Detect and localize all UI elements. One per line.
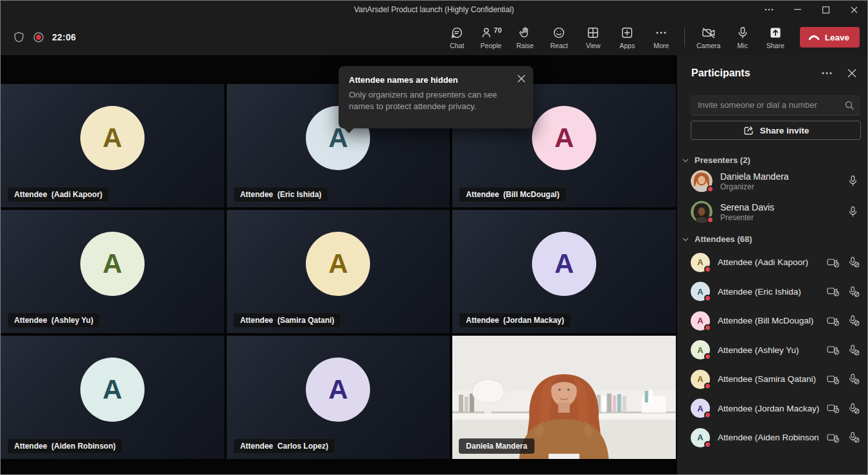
avatar-initial: A	[697, 374, 703, 384]
mic-label: Mic	[738, 42, 748, 49]
video-tile-carlos-lopez[interactable]: A Attendee Carlos Lopez)	[227, 336, 450, 459]
panel-more-button[interactable]	[822, 72, 832, 74]
react-button[interactable]: React	[542, 21, 576, 54]
close-icon	[851, 6, 858, 13]
avatar: A	[306, 358, 370, 422]
mic-on-icon[interactable]	[848, 206, 858, 218]
avatar-initial: A	[697, 433, 703, 442]
attendee-row-aadi-kapoor[interactable]: A Attendee (Aadi Kapoor)	[677, 248, 868, 277]
attendee-names-hidden-tooltip: Attendee names are hidden Only organizer…	[339, 66, 533, 128]
participant-name-label: Attendee (Aadi Kapoor)	[7, 187, 109, 202]
participant-name-label: Daniela Mandera	[459, 438, 534, 454]
mic-off-icon	[848, 374, 860, 384]
minimize-button[interactable]	[783, 0, 811, 19]
video-tile-daniela-mandera[interactable]: Daniela Mandera	[452, 336, 676, 459]
mic-off-icon	[848, 257, 860, 268]
attendee-row-bill-mcdougal[interactable]: A Attendee (Bill McDougal)	[677, 306, 868, 336]
attendee-name: Attendee (Ashley Yu)	[718, 345, 819, 355]
window-controls	[755, 0, 868, 19]
presence-busy-dot	[707, 216, 714, 223]
avatar: A	[80, 358, 145, 422]
camera-off-icon	[827, 316, 840, 326]
close-window-button[interactable]	[840, 0, 868, 19]
presenters-header-label: Presenters (2)	[695, 155, 750, 165]
video-tile-ashley-yu[interactable]: A Attendee (Ashley Yu)	[1, 210, 224, 333]
more-label: More	[653, 42, 669, 49]
attendee-row-jordan-mackay[interactable]: A Attendee (Jordan Mackay)	[677, 394, 868, 424]
avatar: A	[691, 311, 710, 331]
participant-name-label: Attendee (Bill McDougal)	[459, 187, 566, 202]
apps-label: Apps	[619, 42, 635, 49]
avatar-initial: A	[697, 257, 703, 267]
avatar-initial: A	[554, 248, 574, 279]
avatar: A	[306, 232, 370, 296]
attendee-name: Attendee (Samira Qatani)	[718, 374, 819, 384]
participant-name-label: Attendee Carlos Lopez)	[233, 438, 335, 454]
people-button[interactable]: 70 People	[474, 21, 508, 54]
mic-off-icon	[848, 315, 860, 326]
camera-off-icon	[827, 374, 840, 384]
view-grid-icon	[586, 26, 600, 40]
presenter-row-daniela-mandera[interactable]: Daniela Mandera Organizer	[677, 166, 868, 196]
participants-header: Participants	[677, 55, 868, 85]
attendee-name: Attendee (Aadi Kapoor)	[718, 257, 819, 267]
presenter-row-serena-davis[interactable]: Serena Davis Presenter	[677, 197, 868, 227]
titlebar-more-button[interactable]	[755, 0, 783, 19]
chat-button[interactable]: Chat	[440, 21, 474, 54]
avatar: A	[532, 232, 596, 296]
attendee-name: Attendee (Bill McDougal)	[718, 316, 819, 325]
view-button[interactable]: View	[576, 21, 610, 54]
mic-on-icon[interactable]	[848, 175, 858, 187]
attendee-av-state	[827, 374, 860, 384]
mic-off-icon	[848, 286, 860, 297]
ellipsis-icon	[765, 8, 774, 11]
apps-button[interactable]: Apps	[610, 21, 644, 54]
mic-button[interactable]: Mic	[727, 21, 759, 54]
avatar: A	[691, 370, 710, 389]
attendee-row-aiden-robinson[interactable]: A Attendee (Aiden Robinson)	[677, 423, 868, 453]
more-button[interactable]: More	[644, 21, 678, 54]
invite-input[interactable]	[691, 95, 860, 116]
share-screen-icon	[768, 26, 783, 40]
ellipsis-icon	[822, 72, 832, 74]
participant-name-label: Attendee (Jordan Mackay)	[459, 313, 571, 328]
presence-busy-dot	[704, 295, 711, 302]
attendee-row-samira-qatani[interactable]: A Attendee (Samira Qatani)	[677, 365, 868, 394]
panel-close-button[interactable]	[847, 69, 856, 78]
presence-busy-dot	[704, 441, 711, 448]
share-invite-button[interactable]: Share invite	[691, 121, 861, 140]
react-smiley-icon	[552, 26, 566, 40]
video-tile-samira-qatani[interactable]: A Attendee (Samira Qatani)	[227, 210, 450, 333]
camera-button[interactable]: Camera	[691, 21, 727, 54]
participant-name-label: Attendee (Samira Qatani)	[233, 313, 342, 328]
video-tile-jordan-mackay[interactable]: A Attendee (Jordan Mackay)	[452, 210, 676, 333]
video-tile-aiden-robinson[interactable]: A Attendee (Aiden Robinson)	[1, 336, 224, 459]
leave-label: Leave	[825, 33, 849, 42]
avatar: A	[80, 232, 145, 296]
avatar-initial: A	[697, 316, 703, 325]
tooltip-title: Attendee names are hidden	[349, 75, 523, 85]
video-tile-aadi-kapoor[interactable]: A Attendee (Aadi Kapoor)	[1, 84, 224, 207]
presenter-info: Serena Davis Presenter	[720, 202, 840, 222]
raise-hand-button[interactable]: Raise	[508, 21, 542, 54]
people-icon: 70	[481, 26, 502, 40]
tooltip-close-button[interactable]	[517, 74, 526, 85]
maximize-button[interactable]	[811, 0, 840, 19]
presenters-section-header[interactable]: Presenters (2)	[677, 155, 868, 165]
attendee-av-state	[827, 286, 860, 297]
meeting-timer: 22:06	[52, 32, 76, 42]
maximize-icon	[822, 6, 829, 13]
attendees-section-header[interactable]: Attendees (68)	[677, 234, 868, 244]
camera-off-icon	[827, 286, 840, 297]
attendee-name: Attendee (Aiden Robinson)	[718, 433, 819, 442]
share-button[interactable]: Share	[759, 21, 792, 54]
presence-busy-dot	[707, 186, 714, 193]
chevron-down-icon	[682, 159, 689, 162]
attendee-row-eric-ishida[interactable]: A Attendee (Eric Ishida)	[677, 277, 868, 307]
attendee-name: Attendee (Eric Ishida)	[718, 287, 819, 297]
leave-button[interactable]: Leave	[800, 27, 860, 48]
attendee-row-ashley-yu[interactable]: A Attendee (Ashley Yu)	[677, 336, 868, 365]
toolbar-right: Chat 70 People Raise	[440, 19, 860, 55]
video-stage: A Attendee (Aadi Kapoor) A Attendee (Eri…	[0, 55, 677, 475]
view-label: View	[586, 42, 601, 49]
